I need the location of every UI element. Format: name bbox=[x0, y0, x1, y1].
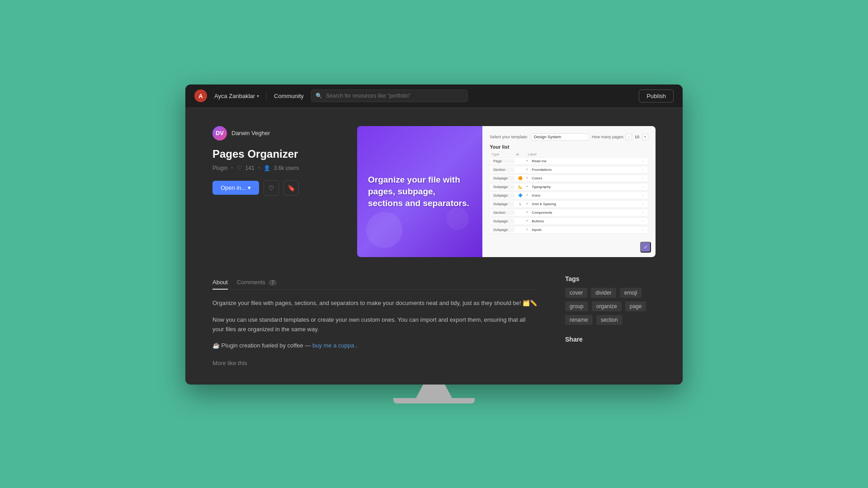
comments-badge: 7 bbox=[269, 280, 277, 286]
heart-icon: ♡ bbox=[237, 165, 242, 171]
pages-increment[interactable]: + bbox=[642, 134, 648, 140]
row-type: Subpage bbox=[492, 202, 514, 206]
plugin-title: Pages Organizer bbox=[212, 148, 339, 160]
row-icon: 📐 bbox=[516, 185, 524, 189]
template-label: Select your template: bbox=[490, 135, 528, 139]
main-content: DV Darwin Vegher Pages Organizer Plugin … bbox=[185, 108, 683, 275]
row-type: Page bbox=[492, 159, 514, 164]
list-item: Subpage L ▾ Grid & Spacing › bbox=[490, 200, 648, 208]
tag-organize[interactable]: organize bbox=[592, 301, 622, 311]
your-list-title: Your list bbox=[490, 144, 648, 150]
row-arrow: › bbox=[642, 168, 646, 171]
row-type: Subpage bbox=[492, 184, 514, 189]
likes-count: 141 bbox=[245, 165, 255, 171]
expand-icon: ⤢ bbox=[644, 244, 647, 249]
publish-button[interactable]: Publish bbox=[639, 89, 674, 103]
row-chevron: ▾ bbox=[526, 176, 530, 180]
monitor-stand bbox=[185, 385, 683, 404]
more-like-this: More like this bbox=[212, 360, 538, 366]
tab-comments[interactable]: Comments 7 bbox=[237, 275, 277, 289]
row-arrow: › bbox=[642, 194, 646, 197]
row-name: Colors bbox=[532, 176, 641, 180]
open-label: Open in... bbox=[221, 184, 246, 191]
row-name: Foundations bbox=[532, 168, 641, 172]
list-header: Type at Label bbox=[490, 152, 648, 156]
user-menu[interactable]: Ayca Zanbaklar ▾ bbox=[214, 93, 259, 99]
tag-rename[interactable]: rename bbox=[565, 315, 593, 325]
expand-preview-button[interactable]: ⤢ bbox=[640, 242, 651, 253]
row-arrow: › bbox=[642, 228, 646, 231]
search-container: 🔍 bbox=[311, 89, 468, 102]
list-item: Section ▾ Components › bbox=[490, 209, 648, 216]
row-name: Buttons bbox=[532, 219, 641, 223]
open-button[interactable]: Open in... ▾ bbox=[212, 181, 259, 195]
description-para2: Now you can use standard templates or cr… bbox=[212, 315, 538, 334]
list-item: Subpage 📐 ▾ Typography › bbox=[490, 183, 648, 191]
row-type: Subpage bbox=[492, 227, 514, 232]
stand-base bbox=[393, 398, 475, 404]
row-type: Subpage bbox=[492, 176, 514, 181]
nav-divider bbox=[266, 91, 267, 100]
monitor: A Ayca Zanbaklar ▾ Community 🔍 Publish D… bbox=[185, 84, 683, 385]
community-link[interactable]: Community bbox=[274, 93, 304, 99]
template-select[interactable]: Design System bbox=[531, 133, 589, 141]
col-header-label: Label bbox=[528, 152, 646, 156]
author-row: DV Darwin Vegher bbox=[212, 126, 339, 141]
pages-count: 10 bbox=[633, 135, 641, 139]
row-chevron: ▾ bbox=[526, 228, 530, 231]
count-controls: How many pages: - 10 + bbox=[592, 134, 648, 140]
tag-emoji[interactable]: emoji bbox=[620, 288, 642, 298]
col-header-at: at bbox=[516, 152, 526, 156]
tab-about[interactable]: About bbox=[212, 275, 228, 289]
coffee-text: ☕ Plugin creation fueled by coffee — buy… bbox=[212, 341, 538, 351]
meta-dot2: • bbox=[258, 165, 260, 171]
tag-divider[interactable]: divider bbox=[591, 288, 616, 298]
row-chevron: ▾ bbox=[526, 185, 530, 188]
monitor-wrapper: A Ayca Zanbaklar ▾ Community 🔍 Publish D… bbox=[185, 84, 683, 404]
avatar: DV bbox=[212, 126, 227, 141]
bottom-section: About Comments 7 Organize your files wit… bbox=[185, 275, 683, 385]
list-item: Section ▾ Foundations › bbox=[490, 166, 648, 174]
chevron-down-icon: ▾ bbox=[257, 94, 259, 99]
tabs-bar: About Comments 7 bbox=[212, 275, 538, 290]
bookmark-button[interactable]: 🔖 bbox=[283, 180, 299, 196]
list-item: Subpage ▾ Inputs › bbox=[490, 226, 648, 234]
comments-label: Comments bbox=[237, 279, 265, 286]
row-chevron: ▾ bbox=[526, 211, 530, 214]
row-arrow: › bbox=[642, 211, 646, 214]
row-chevron: ▾ bbox=[526, 202, 530, 206]
coffee-link[interactable]: buy me a cuppa bbox=[312, 342, 354, 349]
action-buttons: Open in... ▾ ♡ 🔖 bbox=[212, 180, 339, 196]
tag-group[interactable]: group bbox=[565, 301, 588, 311]
template-select-row: Select your template: Design System How … bbox=[490, 133, 648, 141]
col-header-type: Type bbox=[491, 152, 514, 156]
row-name: Icons bbox=[532, 193, 641, 197]
tag-section[interactable]: section bbox=[596, 315, 623, 325]
tag-page[interactable]: page bbox=[625, 301, 646, 311]
tag-cover[interactable]: cover bbox=[565, 288, 587, 298]
like-button[interactable]: ♡ bbox=[264, 180, 279, 196]
content-area: About Comments 7 Organize your files wit… bbox=[212, 275, 538, 366]
row-name: Grid & Spacing bbox=[532, 202, 641, 206]
search-icon: 🔍 bbox=[316, 93, 322, 99]
row-arrow: › bbox=[642, 177, 646, 180]
row-chevron: ▾ bbox=[526, 159, 530, 163]
preview-headline: Organize your file with pages, subpage, … bbox=[368, 174, 472, 209]
preview-right-panel: Select your template: Design System How … bbox=[482, 126, 656, 257]
pages-decrement[interactable]: - bbox=[626, 134, 632, 140]
users-count: 3.6k users bbox=[274, 165, 299, 171]
nav-bar: A Ayca Zanbaklar ▾ Community 🔍 Publish bbox=[185, 84, 683, 108]
description-para1: Organize your files with pages, sections… bbox=[212, 299, 538, 308]
row-name: Read me bbox=[532, 159, 641, 163]
row-type: Subpage bbox=[492, 219, 514, 224]
row-type: Section bbox=[492, 210, 514, 215]
open-chevron: ▾ bbox=[248, 184, 251, 191]
row-type: Section bbox=[492, 167, 514, 172]
row-icon: L bbox=[516, 202, 524, 206]
row-chevron: ▾ bbox=[526, 168, 530, 171]
row-name: Components bbox=[532, 211, 641, 215]
search-input[interactable] bbox=[311, 89, 468, 102]
row-arrow: › bbox=[642, 202, 646, 206]
coffee-prefix: ☕ Plugin creation fueled by coffee — bbox=[212, 342, 312, 349]
list-item: Subpage 🟠 ▾ Colors › bbox=[490, 174, 648, 182]
